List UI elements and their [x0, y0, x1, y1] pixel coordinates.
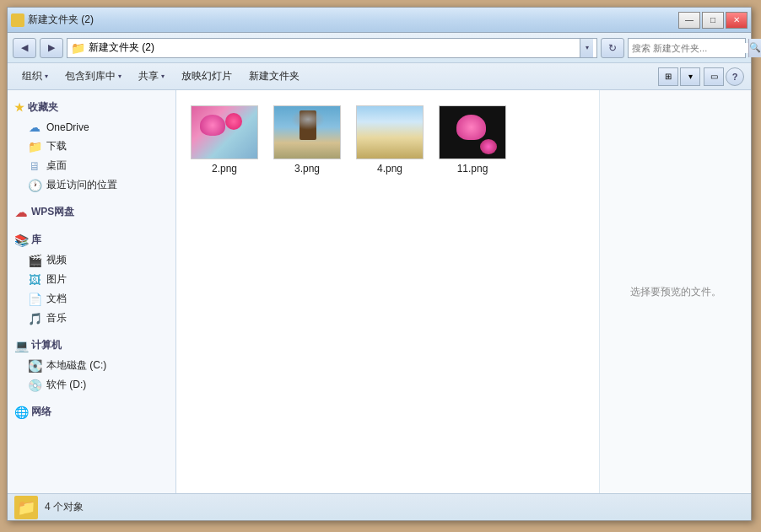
file-thumbnail-4: [356, 105, 424, 159]
sidebar-item-downloads[interactable]: 📁 下载: [8, 137, 175, 156]
video-icon: 🎬: [28, 254, 41, 267]
file-item-2[interactable]: 2.png: [186, 100, 262, 180]
search-input[interactable]: [632, 43, 748, 53]
sidebar-computer-section: 💻 计算机 💽 本地磁盘 (C:) 💿 软件 (D:): [8, 335, 175, 395]
status-count: 4 个对象: [45, 500, 84, 514]
organize-label: 组织: [22, 69, 42, 83]
forward-button[interactable]: ▶: [40, 38, 63, 58]
docs-label: 文档: [46, 292, 67, 306]
close-button[interactable]: ✕: [726, 12, 748, 29]
folder-icon: 📁: [28, 140, 41, 153]
sidebar-item-images[interactable]: 🖼 图片: [8, 270, 175, 289]
sidebar-item-desktop[interactable]: 🖥 桌面: [8, 156, 175, 175]
help-button[interactable]: ?: [726, 67, 744, 86]
star-icon: ★: [14, 101, 24, 114]
d-drive-label: 软件 (D:): [46, 378, 86, 392]
sidebar-item-video[interactable]: 🎬 视频: [8, 250, 175, 270]
view-icon-btn[interactable]: ⊞: [658, 67, 678, 86]
image-icon: 🖼: [28, 273, 41, 287]
toolbar: 组织 ▾ 包含到库中 ▾ 共享 ▾ 放映幻灯片 新建文件夹 ⊞ ▾ ▭ ?: [8, 63, 751, 90]
doc-icon: 📄: [28, 293, 41, 306]
address-input-wrap: 📁 ▾: [67, 38, 597, 58]
recent-icon: 🕐: [28, 179, 41, 192]
minimize-button[interactable]: —: [678, 12, 700, 29]
music-label: 音乐: [46, 311, 67, 325]
thumb-3-img: [274, 106, 340, 159]
file-grid: 2.png 3.png 4.png: [176, 90, 599, 493]
view-buttons: ⊞ ▾ ▭: [658, 67, 724, 86]
share-button[interactable]: 共享 ▾: [131, 67, 172, 87]
thumb-11-img: [440, 106, 505, 159]
search-wrap: 🔍: [628, 38, 746, 58]
thumb-2-img: [192, 106, 257, 159]
status-folder-icon: 📁: [14, 496, 38, 519]
new-folder-button[interactable]: 新建文件夹: [241, 67, 307, 87]
file-view: 2.png 3.png 4.png: [176, 90, 751, 493]
explorer-window: 新建文件夹 (2) — □ ✕ ◀ ▶ 📁 ▾ ↻ 🔍 组织 ▾ 包含到库中 ▾: [7, 7, 752, 521]
network-icon: 🌐: [14, 406, 28, 419]
library-label: 库: [31, 233, 41, 247]
address-input[interactable]: [89, 42, 576, 54]
maximize-button[interactable]: □: [702, 12, 724, 29]
slideshow-button[interactable]: 放映幻灯片: [174, 67, 240, 87]
refresh-button[interactable]: ↻: [601, 38, 624, 58]
favorites-label: 收藏夹: [28, 100, 58, 115]
file-item-4[interactable]: 4.png: [352, 100, 428, 180]
sidebar-item-onedrive[interactable]: ☁ OneDrive: [8, 118, 175, 137]
hdd-icon: 💽: [28, 359, 41, 373]
file-thumbnail-3: [273, 105, 341, 159]
recent-label: 最近访问的位置: [46, 178, 117, 192]
wps-label: WPS网盘: [31, 205, 74, 219]
search-button[interactable]: 🔍: [748, 39, 761, 57]
computer-icon: 💻: [14, 339, 28, 352]
video-label: 视频: [46, 253, 67, 267]
cloud-icon: ☁: [28, 121, 41, 134]
sidebar-network-header: 🌐 网络: [8, 401, 175, 422]
library-icon: 📚: [14, 234, 28, 247]
new-folder-label: 新建文件夹: [249, 69, 300, 83]
thumb-4-img: [357, 106, 423, 159]
sidebar-item-c-drive[interactable]: 💽 本地磁盘 (C:): [8, 356, 175, 375]
sidebar-wps-header: ☁ WPS网盘: [8, 202, 175, 223]
file-name-4: 4.png: [377, 163, 402, 175]
sidebar-item-music[interactable]: 🎵 音乐: [8, 309, 175, 328]
file-thumbnail-2: [191, 105, 258, 159]
sidebar-item-recent[interactable]: 🕐 最近访问的位置: [8, 175, 175, 195]
downloads-label: 下载: [46, 139, 67, 153]
back-button[interactable]: ◀: [13, 38, 36, 58]
desktop-label: 桌面: [46, 159, 67, 173]
content-area: 2.png 3.png 4.png: [176, 90, 751, 493]
slideshow-label: 放映幻灯片: [181, 69, 232, 83]
view-dropdown-btn[interactable]: ▾: [680, 67, 700, 86]
title-bar: 新建文件夹 (2) — □ ✕: [8, 8, 751, 33]
include-library-button[interactable]: 包含到库中 ▾: [57, 67, 129, 87]
window-icon: [11, 13, 24, 27]
desktop-icon: 🖥: [28, 159, 41, 173]
file-item-3[interactable]: 3.png: [269, 100, 345, 180]
sidebar-library-header: 📚 库: [8, 229, 175, 250]
organize-arrow: ▾: [45, 73, 48, 80]
view-list-btn[interactable]: ▭: [704, 67, 724, 86]
file-name-3: 3.png: [294, 163, 320, 175]
address-dropdown-btn[interactable]: ▾: [580, 39, 593, 57]
drive-icon: 💿: [28, 379, 41, 392]
wps-icon: ☁: [14, 206, 28, 219]
file-item-11[interactable]: 11.png: [434, 100, 510, 180]
file-name-2: 2.png: [212, 163, 237, 175]
window-title: 新建文件夹 (2): [28, 13, 94, 27]
organize-button[interactable]: 组织 ▾: [14, 67, 56, 87]
computer-label: 计算机: [31, 338, 62, 352]
sidebar-item-d-drive[interactable]: 💿 软件 (D:): [8, 375, 175, 395]
images-label: 图片: [46, 272, 67, 287]
sidebar-library-section: 📚 库 🎬 视频 🖼 图片 📄 文档 🎵 音乐: [8, 229, 175, 328]
sidebar-computer-header: 💻 计算机: [8, 335, 175, 356]
title-bar-left: 新建文件夹 (2): [11, 13, 94, 27]
sidebar-item-docs[interactable]: 📄 文档: [8, 289, 175, 309]
music-icon: 🎵: [28, 312, 41, 325]
sidebar: ★ 收藏夹 ☁ OneDrive 📁 下载 🖥 桌面 🕐 最近访问的位: [8, 90, 176, 493]
file-name-11: 11.png: [457, 163, 488, 175]
sidebar-favorites-section: ★ 收藏夹 ☁ OneDrive 📁 下载 🖥 桌面 🕐 最近访问的位: [8, 97, 175, 195]
share-label: 共享: [138, 69, 159, 83]
status-bar: 📁 4 个对象: [8, 493, 751, 520]
address-bar: ◀ ▶ 📁 ▾ ↻ 🔍: [8, 33, 751, 63]
